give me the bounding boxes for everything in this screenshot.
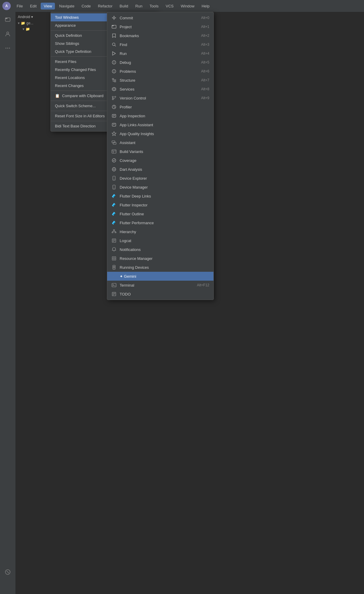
svg-point-15 [113, 43, 115, 46]
tw-build-variants[interactable]: Build Variants [107, 147, 213, 156]
menu-vcs[interactable]: VCS [163, 3, 177, 10]
tw-flutter-inspector[interactable]: Flutter Inspector [107, 200, 213, 209]
tw-logcat[interactable]: Logcat [107, 236, 213, 245]
services-icon [111, 86, 117, 92]
flutter-inspector-icon [111, 202, 117, 208]
tw-dart-analysis[interactable]: Dart Analysis [107, 165, 213, 174]
assistant-icon [111, 140, 117, 145]
menu-edit[interactable]: Edit [27, 3, 39, 10]
app-quality-icon [111, 131, 117, 136]
svg-line-16 [115, 45, 116, 47]
tw-services[interactable]: Services Alt+8 [107, 85, 213, 94]
svg-rect-14 [112, 25, 114, 26]
svg-rect-56 [113, 185, 115, 189]
svg-point-34 [112, 99, 113, 100]
svg-marker-31 [113, 88, 115, 90]
tw-resource-manager[interactable]: Resource Manager [107, 254, 213, 263]
tw-debug[interactable]: Debug Alt+5 [107, 58, 213, 67]
svg-point-78 [113, 257, 115, 259]
tw-flutter-outline[interactable]: Flutter Outline [107, 209, 213, 218]
tw-device-explorer[interactable]: Device Explorer [107, 174, 213, 183]
flutter-deep-links-icon [111, 193, 117, 199]
tw-running-devices[interactable]: Running Devices [107, 263, 213, 272]
tw-gemini[interactable]: ✦ Gemini [107, 272, 213, 281]
bookmarks-icon [111, 33, 117, 38]
svg-rect-47 [112, 150, 116, 153]
svg-rect-46 [113, 142, 116, 144]
svg-marker-17 [113, 52, 115, 55]
menu-navigate[interactable]: Navigate [56, 3, 77, 10]
tw-problems[interactable]: Problems Alt+6 [107, 67, 213, 76]
flutter-outline-icon [111, 211, 117, 217]
coverage-icon [111, 158, 117, 163]
svg-rect-67 [112, 232, 113, 233]
svg-rect-24 [112, 78, 114, 79]
tw-profiler[interactable]: Profiler [107, 102, 213, 111]
tw-device-manager[interactable]: Device Manager [107, 183, 213, 192]
tool-windows-menu: Commit Alt+0 Project Alt+1 Bookmarks Alt… [107, 12, 214, 300]
tw-structure[interactable]: Structure Alt+7 [107, 76, 213, 85]
vcs-icon [111, 95, 117, 101]
menu-build[interactable]: Build [117, 3, 131, 10]
tw-project[interactable]: Project Alt+1 [107, 22, 213, 31]
logcat-icon [111, 238, 117, 243]
hierarchy-icon [111, 229, 117, 234]
svg-point-8 [113, 17, 115, 19]
device-manager-icon [111, 184, 117, 190]
structure-icon [111, 78, 117, 83]
menu-file[interactable]: File [14, 3, 26, 10]
clipboard-icon: 📋 [55, 94, 60, 98]
menu-tools[interactable]: Tools [147, 3, 162, 10]
svg-rect-82 [112, 283, 116, 287]
profiler-icon [111, 104, 117, 110]
app-links-icon [111, 122, 117, 127]
svg-rect-68 [115, 232, 116, 233]
app-inspection-icon [111, 113, 117, 119]
dropdown-overlay: Tool Windows ▶ Appearance ▶ Quick Defini… [0, 12, 364, 594]
app-logo: A [2, 2, 11, 10]
tw-bookmarks[interactable]: Bookmarks Alt+2 [107, 31, 213, 40]
svg-rect-54 [113, 176, 115, 180]
resource-manager-icon [111, 256, 117, 261]
menu-view[interactable]: View [41, 3, 55, 10]
gemini-icon [111, 274, 117, 279]
svg-rect-26 [114, 81, 116, 82]
tw-flutter-deep-links[interactable]: Flutter Deep Links [107, 192, 213, 200]
tw-app-inspection[interactable]: App Inspection [107, 111, 213, 120]
todo-icon [111, 291, 117, 297]
build-variants-icon [111, 149, 117, 154]
tw-notifications[interactable]: Notifications [107, 245, 213, 254]
tw-app-links-assistant[interactable]: App Links Assistant [107, 120, 213, 129]
tw-flutter-performance[interactable]: Flutter Performance [107, 218, 213, 227]
tw-run[interactable]: Run Alt+4 [107, 49, 213, 58]
svg-rect-25 [114, 80, 116, 80]
tw-todo[interactable]: TODO [107, 290, 213, 298]
svg-point-20 [114, 63, 114, 64]
menu-help[interactable]: Help [199, 3, 213, 10]
running-devices-icon [111, 265, 117, 270]
menu-run[interactable]: Run [132, 3, 145, 10]
tw-commit[interactable]: Commit Alt+0 [107, 13, 213, 22]
debug-icon [111, 60, 117, 65]
svg-point-33 [115, 96, 116, 97]
menu-code[interactable]: Code [79, 3, 94, 10]
tw-hierarchy[interactable]: Hierarchy [107, 227, 213, 236]
svg-marker-30 [112, 87, 116, 91]
menu-refactor[interactable]: Refactor [95, 3, 115, 10]
menu-window[interactable]: Window [178, 3, 197, 10]
tw-app-quality-insights[interactable]: App Quality Insights [107, 129, 213, 138]
svg-rect-45 [112, 141, 115, 143]
dart-icon [111, 167, 117, 172]
terminal-icon [111, 282, 117, 288]
device-explorer-icon [111, 176, 117, 181]
tw-terminal[interactable]: Terminal Alt+F12 [107, 281, 213, 290]
tw-coverage[interactable]: Coverage [107, 156, 213, 165]
flutter-performance-icon [111, 220, 117, 225]
tw-assistant[interactable]: Assistant [107, 138, 213, 147]
tw-version-control[interactable]: Version Control Alt+9 [107, 94, 213, 102]
svg-point-23 [114, 72, 114, 72]
tw-find[interactable]: Find Alt+3 [107, 40, 213, 49]
svg-rect-77 [112, 257, 116, 260]
svg-marker-44 [112, 132, 116, 136]
problems-icon [111, 69, 117, 74]
